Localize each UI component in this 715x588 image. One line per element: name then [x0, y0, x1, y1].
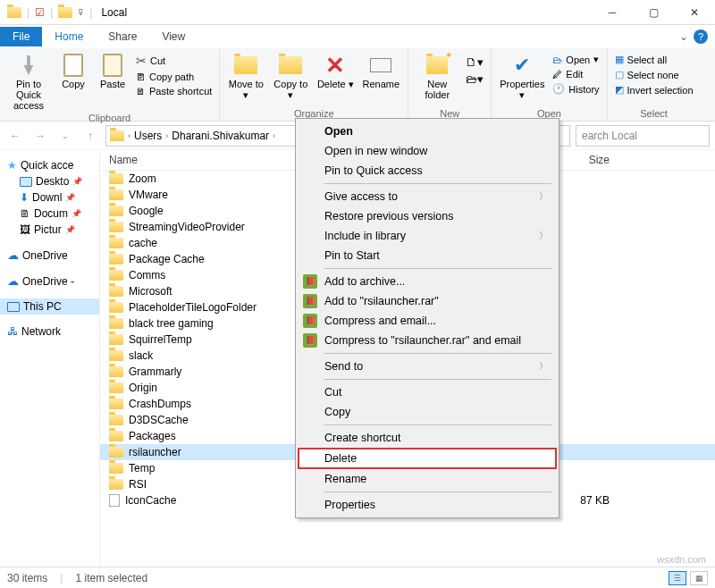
- rename-button[interactable]: Rename: [361, 52, 400, 89]
- copy-path-button[interactable]: 🖹Copy path: [136, 71, 212, 82]
- qat-folder-icon[interactable]: [58, 7, 72, 18]
- crumb[interactable]: Users: [134, 130, 162, 142]
- column-size[interactable]: Size: [556, 154, 618, 166]
- pictures-icon: 🖼: [20, 223, 30, 236]
- label: Compress to "rsilauncher.rar" and email: [324, 334, 521, 347]
- qat-overflow-icon[interactable]: ⊽: [78, 8, 84, 17]
- ctx-add-rar[interactable]: 📕Add to "rsilauncher.rar": [298, 291, 557, 311]
- label: Pin to Quick access: [7, 79, 50, 111]
- maximize-button[interactable]: ▢: [633, 0, 674, 25]
- item-name: PlaceholderTileLogoFolder: [129, 301, 257, 314]
- ctx-give-access-to[interactable]: Give access to〉: [298, 187, 557, 206]
- select-all-button[interactable]: ▦Select all: [615, 54, 694, 65]
- folder-icon: [109, 238, 123, 248]
- item-name: Origin: [129, 382, 157, 394]
- ctx-compress-rar-email[interactable]: 📕Compress to "rsilauncher.rar" and email: [298, 331, 557, 350]
- label: Copy: [62, 79, 85, 89]
- edit-button[interactable]: 🖉Edit: [552, 69, 599, 80]
- cut-button[interactable]: ✂Cut: [136, 54, 212, 68]
- new-item-icon[interactable]: 🗋▾: [466, 55, 484, 69]
- chevron-right-icon[interactable]: ›: [273, 131, 275, 140]
- ctx-compress-email[interactable]: 📕Compress and email...: [298, 311, 557, 331]
- placeholder: earch Local: [582, 130, 637, 142]
- label: Open: [566, 55, 590, 65]
- forward-button[interactable]: →: [30, 126, 50, 146]
- ctx-pin-start[interactable]: Pin to Start: [298, 246, 557, 265]
- folder-icon: [109, 222, 123, 232]
- ctx-delete[interactable]: Delete: [298, 448, 557, 469]
- ctx-add-archive[interactable]: 📕Add to archive...: [298, 272, 557, 291]
- ctx-cut[interactable]: Cut: [298, 382, 557, 402]
- nav-pictures[interactable]: 🖼Pictur📌: [0, 222, 99, 238]
- folder-icon: [109, 431, 123, 441]
- ctx-create-shortcut[interactable]: Create shortcut: [298, 428, 557, 448]
- label: Compress and email...: [324, 315, 436, 327]
- ctx-pin-quick-access[interactable]: Pin to Quick access: [298, 161, 557, 181]
- item-size: 87 KB: [556, 494, 618, 507]
- view-details-button[interactable]: ☰: [669, 571, 686, 585]
- navigation-pane[interactable]: ★Quick acce Deskto📌 ⬇Downl📌 🗎Docum📌 🖼Pic…: [0, 150, 100, 579]
- scissors-icon: ✂: [136, 54, 147, 68]
- view-tab[interactable]: View: [149, 27, 198, 46]
- invert-selection-button[interactable]: ◩Invert selection: [615, 84, 694, 96]
- close-button[interactable]: ✕: [674, 0, 715, 25]
- home-tab[interactable]: Home: [42, 27, 96, 46]
- ctx-properties[interactable]: Properties: [298, 495, 557, 515]
- crumb[interactable]: Dharani.Shivakumar: [172, 130, 269, 142]
- folder-icon: [109, 286, 123, 297]
- ctx-open-new-window[interactable]: Open in new window: [298, 141, 557, 161]
- back-button[interactable]: ←: [5, 126, 25, 146]
- share-tab[interactable]: Share: [96, 27, 149, 46]
- folder-icon: [109, 270, 123, 281]
- new-folder-button[interactable]: New folder: [416, 52, 458, 100]
- item-name: RSI: [129, 478, 147, 491]
- label: Docum: [34, 207, 68, 220]
- ctx-rename[interactable]: Rename: [298, 469, 557, 489]
- ribbon: Pin to Quick access Copy Paste ✂Cut 🖹Cop…: [0, 48, 715, 122]
- nav-onedrive-2[interactable]: ☁OneDrive -: [0, 273, 99, 290]
- history-button[interactable]: 🕐History: [552, 83, 599, 95]
- nav-onedrive[interactable]: ☁OneDrive: [0, 247, 99, 264]
- ctx-open[interactable]: Open: [298, 122, 557, 141]
- delete-button[interactable]: ✕ Delete ▾: [316, 52, 354, 89]
- desktop-icon: [20, 177, 32, 187]
- status-bar: 30 items | 1 item selected ☰ ▦: [0, 567, 715, 588]
- folder-icon: [109, 318, 123, 329]
- pin-quick-access-button[interactable]: Pin to Quick access: [7, 52, 50, 111]
- paste-shortcut-button[interactable]: 🗎Paste shortcut: [136, 86, 212, 97]
- recent-button[interactable]: ⌄: [55, 126, 75, 146]
- easy-access-icon[interactable]: 🗁▾: [466, 72, 484, 86]
- nav-downloads[interactable]: ⬇Downl📌: [0, 189, 99, 206]
- move-to-button[interactable]: Move to ▾: [227, 52, 265, 100]
- label: Rename: [324, 473, 366, 485]
- nav-quick-access[interactable]: ★Quick acce: [0, 157, 99, 173]
- ctx-send-to[interactable]: Send to〉: [298, 357, 557, 376]
- search-input[interactable]: earch Local: [576, 125, 710, 147]
- properties-button[interactable]: ✔ Properties ▾: [499, 52, 545, 100]
- up-button[interactable]: ↑: [80, 126, 100, 146]
- copy-button[interactable]: Copy: [57, 52, 89, 89]
- nav-network[interactable]: 🖧Network: [0, 323, 99, 340]
- select-group-label: Select: [615, 106, 694, 119]
- nav-documents[interactable]: 🗎Docum📌: [0, 206, 99, 222]
- nav-this-pc[interactable]: This PC: [0, 298, 99, 315]
- copy-to-button[interactable]: Copy to ▾: [272, 52, 309, 100]
- help-icon[interactable]: ?: [694, 29, 708, 44]
- qat-checkbox-icon[interactable]: ☑: [35, 6, 45, 19]
- nav-desktop[interactable]: Deskto📌: [0, 173, 99, 189]
- view-large-button[interactable]: ▦: [690, 571, 708, 585]
- minimize-button[interactable]: ─: [592, 0, 633, 25]
- ctx-copy[interactable]: Copy: [298, 402, 557, 422]
- new-folder-icon: [424, 54, 450, 77]
- file-tab[interactable]: File: [0, 27, 42, 46]
- ctx-restore-versions[interactable]: Restore previous versions: [298, 206, 557, 226]
- new-group-label: New: [416, 106, 484, 119]
- chevron-right-icon[interactable]: ›: [165, 131, 168, 140]
- paste-button[interactable]: Paste: [97, 52, 129, 89]
- ribbon-collapse-icon[interactable]: ⌄: [679, 30, 688, 43]
- ctx-include-library[interactable]: Include in library〉: [298, 226, 557, 246]
- chevron-right-icon[interactable]: ›: [128, 131, 130, 140]
- open-button[interactable]: 🗁Open ▾: [552, 54, 599, 65]
- context-menu: Open Open in new window Pin to Quick acc…: [295, 118, 559, 518]
- select-none-button[interactable]: ▢Select none: [615, 69, 694, 80]
